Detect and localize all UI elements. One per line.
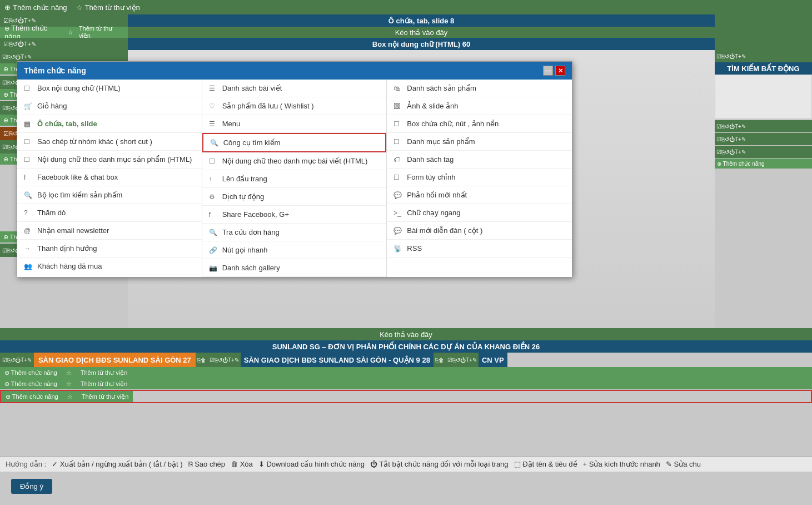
rss-icon: 📡: [393, 245, 402, 253]
modal-item-danh-muc-sp[interactable]: ☐ Danh mục sản phẩm: [387, 133, 572, 151]
modal-item-dich-tu-dong[interactable]: ⚙ Dịch tự động: [202, 188, 387, 206]
modal-item-o-chua[interactable]: ▤ Ô chứa, tab, slide: [17, 115, 202, 133]
keo-tha-bottom: Kéo thả vào đây: [380, 330, 432, 339]
modal-title: Thêm chức năng: [24, 66, 86, 75]
hint-label: Hướng dẫn :: [6, 460, 46, 468]
modal-item-noi-dung-bai-viet[interactable]: ☐ Nội dung chữ theo danh mục bài viết (H…: [202, 152, 387, 170]
modal-col-2: ☰ Danh sách bài viết ♡ Sản phẩm đã lưu (…: [202, 80, 387, 277]
modal-item-ds-tag[interactable]: 🏷 Danh sách tag: [387, 151, 572, 169]
modal-item-noi-dung-danh-muc[interactable]: ☐ Nội dung chữ theo danh mục sản phẩm (H…: [17, 151, 202, 169]
modal-item-bo-loc[interactable]: 🔍 Bộ lọc tìm kiếm sản phẩm: [17, 186, 202, 204]
sunland-label-2: SÀN GIAO DỊCH BĐS SUNLAND SÀI GÒN 27: [38, 356, 191, 364]
add-feature-btn-top[interactable]: ⊕ Thêm chức năng: [4, 3, 67, 12]
list2-icon: ☰: [209, 85, 218, 92]
top-toolbar: ⊕ Thêm chức năng ☆ Thêm từ thư viện: [0, 0, 812, 14]
heart-icon: ♡: [209, 102, 218, 110]
add-lib-bottom-2[interactable]: Thêm từ thư viện: [81, 380, 128, 388]
modal-close-btn[interactable]: ✕: [555, 66, 565, 76]
top-icon: ↑: [209, 175, 218, 183]
menu-icon: ☰: [209, 120, 218, 128]
modal-item-wishlist[interactable]: ♡ Sản phẩm đã lưu ( Wishlist ): [202, 97, 387, 115]
box-icon: ☐: [393, 120, 402, 128]
toolbar-download[interactable]: ⬇ Download cấu hình chức năng: [258, 460, 365, 468]
toolbar-publish[interactable]: ✓ Xuất bản / ngừng xuất bản ( tắt / bật …: [52, 460, 182, 468]
email-icon: @: [24, 227, 33, 235]
add-feature-modal: Thêm chức năng — ✕ ☐ Box nội dung chữ (H…: [17, 61, 572, 278]
icon-bar-left-1: ☑⎘↺⏻T+✎: [3, 17, 36, 24]
modal-body: ☐ Box nội dung chữ (HTML) 🛒 Giỏ hàng ▤ Ô…: [17, 80, 572, 277]
add-library-btn-top[interactable]: ☆ Thêm từ thư viện: [76, 3, 140, 12]
modal-minimize-btn[interactable]: —: [543, 66, 553, 76]
toolbar-resize[interactable]: + Sửa kích thước nhanh: [583, 460, 660, 468]
modal-item-phan-hoi[interactable]: 💬 Phản hồi mới nhất: [387, 186, 572, 204]
modal-item-box-noi-dung[interactable]: ☐ Box nội dung chữ (HTML): [17, 80, 202, 97]
modal-col-3: 🛍 Danh sách sản phẩm 🖼 Ảnh & slide ảnh ☐…: [387, 80, 572, 277]
search-tool-icon: 🔍: [210, 139, 219, 147]
document-icon: ☐: [24, 85, 33, 92]
tab-icon: ▤: [24, 120, 33, 128]
modal-item-box-chua[interactable]: ☐ Box chứa chữ, nút , ảnh nền: [387, 115, 572, 133]
add-feat-bottom-1[interactable]: ⊕ Thêm chức năng: [4, 369, 57, 377]
toolbar-name[interactable]: ⬚ Đặt tên & tiêu đề: [514, 460, 577, 468]
modal-item-anh-slide[interactable]: 🖼 Ảnh & slide ảnh: [387, 97, 572, 115]
modal-item-ds-bai-viet[interactable]: ☰ Danh sách bài viết: [202, 80, 387, 97]
nav-icon: →: [24, 245, 33, 253]
sunland-label-1: SUNLAND SG – ĐƠN VỊ PHÂN PHỐI CHÍNH CÁC …: [272, 343, 540, 351]
icon-bar-3: ☑⎘↺⏻T+✎: [3, 41, 36, 48]
o-chua-label: Ô chứa, tab, slide 8: [388, 17, 455, 25]
survey-icon: ?: [24, 209, 33, 217]
modal-col-1: ☐ Box nội dung chữ (HTML) 🛒 Giỏ hàng ▤ Ô…: [17, 80, 202, 277]
facebook-icon: f: [24, 174, 33, 181]
phone-icon: 🔗: [209, 246, 218, 254]
modal-item-facebook[interactable]: f Facebook like & chat box: [17, 169, 202, 186]
add-feat-bottom-2[interactable]: ⊕ Thêm chức năng: [4, 380, 57, 388]
tag-icon: 🏷: [393, 156, 402, 164]
modal-item-tra-cuu[interactable]: 🔍 Tra cứu đơn hàng: [202, 224, 387, 241]
modal-item-chu-chay[interactable]: >_ Chữ chạy ngang: [387, 204, 572, 222]
image-icon: 🖼: [393, 102, 402, 110]
modal-item-menu[interactable]: ☰ Menu: [202, 115, 387, 133]
modal-item-thanh-dinh-huong[interactable]: → Thanh định hướng: [17, 240, 202, 258]
modal-item-cong-cu-tim-kiem[interactable]: 🔍 Công cụ tìm kiếm: [202, 133, 387, 152]
modal-item-rss[interactable]: 📡 RSS: [387, 240, 572, 258]
cn-vp-label: CN VP: [482, 356, 504, 364]
order-icon: 🔍: [209, 229, 218, 236]
modal-item-len-dau-trang[interactable]: ↑ Lên đầu trang: [202, 170, 387, 188]
users-icon: 👥: [24, 263, 33, 270]
search-label: TÌM KIẾM BẤT ĐỘNG: [715, 62, 812, 75]
modal-item-khach-hang[interactable]: 👥 Khách hàng đã mua: [17, 258, 202, 275]
modal-item-form[interactable]: ☐ Form tùy chỉnh: [387, 169, 572, 186]
sunland-row: ☑⎘↺⏻T+✎ SÀN GIAO DỊCH BĐS SUNLAND SÀI GÒ…: [0, 353, 812, 367]
modal-item-gallery[interactable]: 📷 Danh sách gallery: [202, 259, 387, 277]
modal-item-gio-hang[interactable]: 🛒 Giỏ hàng: [17, 97, 202, 115]
marquee-icon: >_: [393, 209, 402, 217]
toolbar-toggle[interactable]: ⏻ Tắt bật chức năng đối với mỗi loại tra…: [370, 460, 509, 468]
form-icon: ☐: [393, 174, 402, 181]
modal-item-email[interactable]: @ Nhận email newsletter: [17, 222, 202, 240]
modal-item-share-fb[interactable]: f Share Facebook, G+: [202, 206, 387, 224]
gallery-icon: 📷: [209, 264, 218, 272]
translate-icon: ⚙: [209, 193, 218, 201]
star-icon-2: ☆: [68, 29, 73, 36]
modal-item-ds-sp[interactable]: 🛍 Danh sách sản phẩm: [387, 80, 572, 97]
forum-icon: 💬: [393, 227, 402, 235]
keo-tha-label: Kéo thả vào đây: [395, 28, 448, 37]
add-lib-bottom-1[interactable]: Thêm từ thư viện: [81, 369, 128, 377]
modal-header: Thêm chức năng — ✕: [17, 62, 572, 80]
modal-item-nut-goi[interactable]: 🔗 Nút gọi nhanh: [202, 241, 387, 259]
dong-y-button[interactable]: Đồng ý: [11, 479, 52, 494]
modal-item-sao-chep[interactable]: ☐ Sao chép từ nhóm khác ( short cut ): [17, 133, 202, 151]
modal-item-tham-do[interactable]: ? Thăm dò: [17, 204, 202, 222]
category-icon: ☐: [393, 138, 402, 146]
box-noi-dung-label: Box nội dung chữ (HTML) 60: [372, 40, 470, 48]
add-feat-bottom-red[interactable]: ⊕ Thêm chức năng: [6, 393, 58, 400]
toolbar-copy[interactable]: ⎘ Sao chép: [188, 460, 226, 468]
filter-icon: 🔍: [24, 191, 33, 199]
rs-add-feat[interactable]: ⊕ Thêm chức năng: [717, 161, 765, 167]
toolbar-delete[interactable]: 🗑 Xóa: [231, 460, 253, 468]
add-lib-bottom-red[interactable]: Thêm từ thư viện: [82, 393, 129, 400]
share-fb-icon: f: [209, 211, 218, 219]
modal-item-bai-moi-dien-dan[interactable]: 💬 Bài mới diễn đàn ( cột ): [387, 222, 572, 240]
cart-icon: 🛒: [24, 102, 33, 110]
toolbar-edit[interactable]: ✎ Sửa chu: [666, 460, 701, 468]
